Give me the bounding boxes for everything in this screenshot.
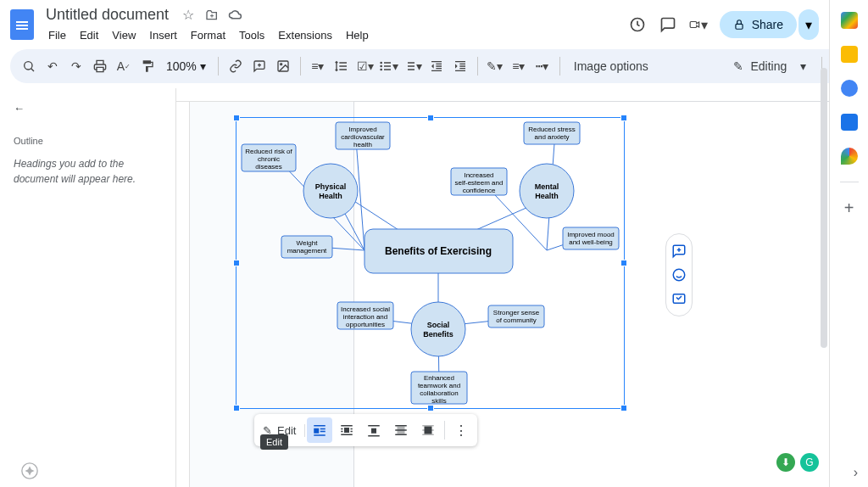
- side-panel-toggle-icon[interactable]: ›: [854, 465, 858, 480]
- svg-text:Benefits: Benefits: [423, 330, 453, 339]
- line-spacing-icon[interactable]: [331, 56, 352, 76]
- add-comment-icon[interactable]: [249, 56, 270, 76]
- border-dash-icon[interactable]: ┅▾: [532, 56, 553, 76]
- insert-link-icon[interactable]: [225, 56, 246, 76]
- behind-text-icon[interactable]: [388, 417, 414, 443]
- svg-text:Health: Health: [319, 192, 342, 200]
- svg-text:opportunities: opportunities: [346, 321, 385, 328]
- svg-rect-85: [425, 427, 432, 434]
- svg-point-1: [25, 62, 32, 70]
- menu-view[interactable]: View: [106, 26, 142, 44]
- calendar-addon-icon[interactable]: [841, 12, 858, 29]
- outline-hint: Headings you add to the document will ap…: [14, 156, 162, 187]
- svg-rect-80: [396, 429, 408, 431]
- main-toolbar: ↶ ↷ A✓ 100% ▾ ≡▾ ☑▾ ▾ ▾ ✎▾ ≡▾ ┅▾ Image o…: [10, 49, 858, 83]
- get-addons-icon[interactable]: +: [841, 199, 858, 216]
- undo-icon[interactable]: ↶: [42, 56, 63, 76]
- menu-tools[interactable]: Tools: [233, 26, 270, 44]
- svg-text:Health: Health: [535, 192, 559, 200]
- star-icon[interactable]: ☆: [181, 8, 196, 23]
- document-title[interactable]: Untitled document: [42, 5, 172, 25]
- svg-text:self-esteem and: self-esteem and: [455, 179, 504, 187]
- svg-text:teamwork and: teamwork and: [418, 382, 460, 389]
- svg-text:of community: of community: [496, 316, 537, 324]
- outline-title: Outline: [14, 136, 162, 146]
- explore-icon[interactable]: [20, 462, 39, 480]
- cloud-saved-icon[interactable]: [228, 8, 243, 23]
- side-panel-rail: +: [829, 0, 868, 487]
- wrap-text-icon[interactable]: [334, 417, 359, 443]
- indent-increase-icon[interactable]: [450, 56, 470, 76]
- svg-rect-82: [423, 425, 435, 427]
- history-icon[interactable]: [628, 15, 647, 34]
- svg-rect-76: [371, 428, 376, 434]
- horizontal-ruler[interactable]: [176, 88, 868, 102]
- svg-text:collaboration: collaboration: [420, 389, 458, 397]
- zoom-select[interactable]: 100% ▾: [161, 56, 211, 76]
- outline-back-icon[interactable]: ←: [14, 102, 34, 122]
- spellcheck-icon[interactable]: A✓: [114, 56, 134, 76]
- border-color-icon[interactable]: ✎▾: [485, 56, 505, 76]
- header-right: ▾ Share ▾ K: [628, 9, 858, 40]
- svg-text:cardiovascular: cardiovascular: [341, 133, 385, 141]
- numbered-list-icon[interactable]: ▾: [403, 56, 423, 76]
- search-menus-icon[interactable]: [19, 56, 39, 76]
- vertical-scrollbar[interactable]: [821, 68, 827, 348]
- svg-rect-77: [369, 435, 381, 437]
- svg-rect-73: [351, 431, 353, 433]
- infront-text-icon[interactable]: [415, 417, 441, 443]
- svg-text:Reduced stress: Reduced stress: [528, 126, 576, 133]
- redo-icon[interactable]: ↷: [66, 56, 86, 76]
- paint-format-icon[interactable]: [137, 56, 158, 76]
- docs-logo-icon[interactable]: [10, 9, 34, 40]
- suggest-edits-icon[interactable]: [669, 288, 689, 309]
- share-label: Share: [752, 18, 783, 31]
- menu-bar: File Edit View Insert Format Tools Exten…: [42, 26, 620, 44]
- svg-rect-64: [314, 428, 320, 434]
- vertical-ruler[interactable]: [176, 102, 190, 487]
- grammarly-icon[interactable]: G: [800, 453, 819, 472]
- svg-point-24: [520, 164, 574, 218]
- maps-addon-icon[interactable]: [841, 148, 858, 165]
- print-icon[interactable]: [90, 56, 110, 76]
- svg-text:health: health: [353, 141, 372, 148]
- edit-tooltip: Edit: [260, 434, 288, 450]
- image-options-button[interactable]: Image options: [567, 56, 655, 76]
- share-dropdown[interactable]: ▾: [798, 9, 819, 40]
- svg-rect-75: [369, 425, 381, 427]
- add-emoji-reaction-icon[interactable]: [669, 265, 689, 285]
- move-icon[interactable]: [204, 8, 220, 23]
- badge-1-icon[interactable]: ⬇: [776, 453, 795, 472]
- contacts-addon-icon[interactable]: [841, 114, 858, 131]
- meet-icon[interactable]: ▾: [689, 15, 708, 34]
- add-comment-side-icon[interactable]: [669, 241, 689, 261]
- more-options-icon[interactable]: ⋮: [448, 417, 474, 443]
- share-button[interactable]: Share: [720, 11, 797, 38]
- menu-file[interactable]: File: [42, 26, 72, 44]
- menu-help[interactable]: Help: [340, 26, 375, 44]
- selection-comment-rail: [665, 233, 693, 316]
- menu-edit[interactable]: Edit: [74, 26, 104, 44]
- indent-decrease-icon[interactable]: [426, 56, 447, 76]
- svg-text:skills: skills: [431, 397, 446, 405]
- svg-text:Increased: Increased: [464, 171, 493, 179]
- menu-format[interactable]: Format: [185, 26, 231, 44]
- editing-mode-select[interactable]: ✎ Editing ▾: [725, 54, 815, 78]
- svg-rect-79: [396, 425, 408, 427]
- svg-point-86: [673, 269, 685, 281]
- insert-image-icon[interactable]: [273, 56, 293, 76]
- bulleted-list-icon[interactable]: ▾: [379, 56, 399, 76]
- svg-text:Physical: Physical: [315, 182, 347, 191]
- break-text-icon[interactable]: [361, 417, 387, 443]
- svg-point-21: [303, 164, 358, 218]
- keep-addon-icon[interactable]: [841, 46, 858, 63]
- wrap-inline-icon[interactable]: [307, 417, 332, 443]
- drawing-selection[interactable]: Benefits of Exercising Physical Health M…: [237, 119, 623, 407]
- checklist-icon[interactable]: ☑▾: [355, 56, 376, 76]
- menu-extensions[interactable]: Extensions: [272, 26, 338, 44]
- menu-insert[interactable]: Insert: [143, 26, 183, 44]
- tasks-addon-icon[interactable]: [841, 80, 858, 97]
- comments-icon[interactable]: [659, 15, 677, 34]
- align-icon[interactable]: ≡▾: [308, 56, 328, 76]
- border-weight-icon[interactable]: ≡▾: [509, 56, 529, 76]
